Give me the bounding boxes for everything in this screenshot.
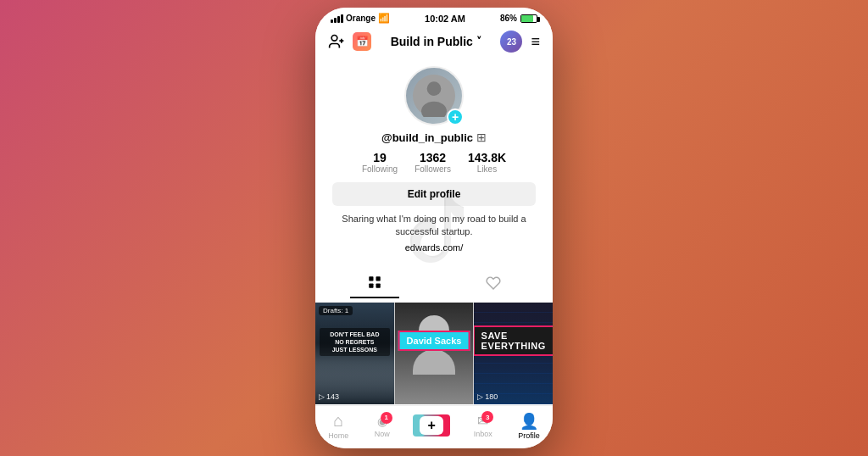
video-thumb-1[interactable]: DON'T FEEL BADNO REGRETSJUST LESSONS Dra… (315, 303, 394, 404)
likes-count: 143.8K (468, 151, 506, 164)
add-user-icon (328, 33, 345, 50)
following-count: 19 (362, 151, 398, 164)
svg-rect-8 (369, 283, 373, 287)
svg-rect-7 (376, 276, 381, 281)
stat-likes[interactable]: 143.8K Likes (468, 151, 506, 174)
header-left: 📅 (327, 32, 371, 51)
add-user-button[interactable] (327, 32, 346, 51)
add-button-inner: + (420, 416, 443, 435)
now-badge: 1 (381, 412, 392, 424)
followers-label: Followers (415, 164, 451, 174)
profile-label: Profile (518, 431, 540, 440)
inbox-badge: 3 (481, 411, 493, 423)
nav-add[interactable]: + (415, 414, 448, 437)
edit-profile-button[interactable]: Edit profile (332, 182, 536, 206)
stat-following[interactable]: 19 Following (362, 151, 398, 174)
inbox-label: Inbox (474, 430, 492, 438)
svg-rect-6 (369, 276, 373, 281)
account-avatar[interactable]: 23 (500, 31, 522, 53)
battery-icon (520, 14, 537, 23)
stat-followers[interactable]: 1362 Followers (415, 151, 451, 174)
dropdown-chevron-icon: ˅ (476, 36, 481, 47)
draft-badge: Drafts: 1 (319, 306, 353, 315)
liked-icon (486, 275, 501, 291)
status-bar: Orange 📶 10:02 AM 86% (315, 8, 553, 27)
username-row: @build_in_public ⊞ (381, 131, 487, 144)
status-right: 86% (500, 14, 537, 23)
profile-content: + @build_in_public ⊞ 19 Following 1362 F… (315, 58, 553, 405)
header-right: 23 ≡ (500, 31, 541, 53)
tab-videos[interactable] (350, 271, 399, 298)
signal-bars-icon (331, 14, 343, 23)
svg-point-0 (331, 36, 337, 42)
followers-count: 1362 (415, 151, 451, 164)
header-title[interactable]: Build in Public ˅ (391, 35, 481, 48)
svg-point-4 (427, 81, 442, 96)
video-text-1: DON'T FEEL BADNO REGRETSJUST LESSONS (322, 331, 387, 353)
avatar-container: + (404, 66, 464, 125)
avatar-count: 23 (507, 37, 516, 47)
content-tabs (315, 266, 553, 303)
grid-icon (367, 275, 382, 290)
avatar-section: + @build_in_public ⊞ 19 Following 1362 F… (315, 58, 553, 266)
name-badge: David Sacks (398, 331, 470, 351)
home-label: Home (328, 431, 348, 440)
video-thumb-2[interactable]: David Sacks (395, 303, 474, 404)
calendar-icon[interactable]: 📅 (353, 32, 371, 51)
bio-text: Sharing what I'm doing on my road to bui… (315, 213, 553, 242)
view-count-3: ▷ 180 (477, 392, 498, 401)
nav-now[interactable]: ◉ 1 Now (375, 414, 390, 438)
battery-percent: 86% (500, 14, 517, 23)
status-time: 10:02 AM (425, 14, 465, 24)
profile-icon: 👤 (520, 412, 538, 431)
carrier-label: Orange (346, 14, 376, 23)
qr-code-icon[interactable]: ⊞ (476, 131, 487, 144)
nav-home[interactable]: ⌂ Home (328, 411, 348, 440)
username-text: @build_in_public (381, 131, 473, 144)
view-count-1: ▷ 143 (319, 392, 339, 401)
stats-row: 19 Following 1362 Followers 143.8K Likes (362, 151, 506, 174)
bottom-nav: ⌂ Home ◉ 1 Now + ✉ 3 Inbox 👤 Profile (315, 405, 553, 448)
likes-label: Likes (468, 164, 506, 174)
avatar-plus-button[interactable]: + (447, 108, 464, 125)
save-badge: SAVEEVERYTHING (474, 325, 553, 356)
following-label: Following (362, 164, 398, 174)
home-icon: ⌂ (333, 411, 343, 431)
svg-rect-9 (376, 283, 381, 287)
bio-link[interactable]: edwards.com/ (405, 242, 463, 259)
video-grid: DON'T FEEL BADNO REGRETSJUST LESSONS Dra… (315, 303, 553, 404)
nav-profile[interactable]: 👤 Profile (518, 412, 540, 440)
app-header: 📅 Build in Public ˅ 23 ≡ (315, 27, 553, 58)
now-label: Now (375, 430, 390, 438)
header-title-text: Build in Public (391, 35, 473, 48)
menu-button[interactable]: ≡ (531, 33, 541, 51)
nav-inbox[interactable]: ✉ 3 Inbox (474, 413, 492, 438)
wifi-icon: 📶 (378, 13, 390, 24)
status-left: Orange 📶 (331, 13, 390, 24)
video-thumb-3[interactable]: SAVEEVERYTHING ▷ 180 (474, 303, 553, 404)
tab-liked[interactable] (469, 272, 518, 298)
phone-frame: Orange 📶 10:02 AM 86% 📅 Build i (315, 8, 553, 448)
add-button[interactable]: + (415, 414, 448, 437)
